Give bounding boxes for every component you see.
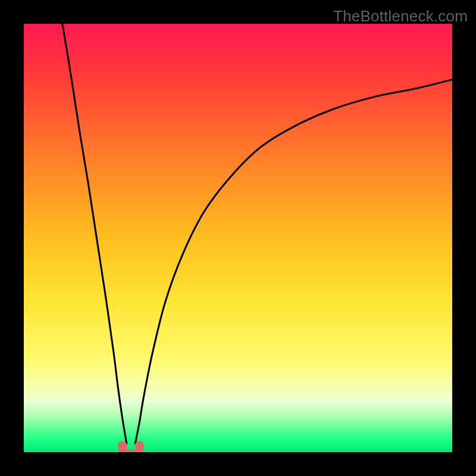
floor-u-cap-0 [118,441,127,450]
gradient-background [24,24,452,452]
plot-area [24,24,452,452]
bottleneck-chart-svg [24,24,452,452]
floor-u-cap-1 [134,441,144,450]
watermark-text: TheBottleneck.com [333,7,468,26]
chart-frame: TheBottleneck.com [0,0,476,476]
